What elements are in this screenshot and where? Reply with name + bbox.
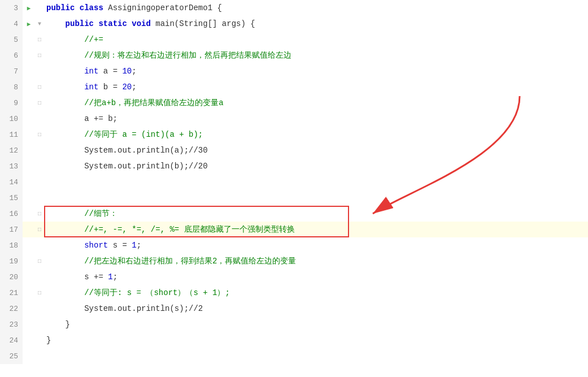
code-content-14 [44, 174, 588, 190]
code-line-9: 9□ //把a+b，再把结果赋值给左边的变量a [0, 95, 588, 111]
line-number-17: 17 [0, 222, 23, 237]
code-content-10: a += b; [44, 111, 588, 127]
code-content-25 [44, 348, 588, 364]
code-editor: 3▶public class AssigningoperatorDemo1 {4… [0, 0, 588, 377]
line-number-9: 9 [0, 95, 23, 111]
code-content-18: short s = 1; [44, 237, 588, 253]
line-number-15: 15 [0, 190, 23, 206]
line-number-20: 20 [0, 269, 23, 285]
code-line-24: 24} [0, 332, 588, 348]
code-line-12: 12 System.out.println(a);//30 [0, 142, 588, 158]
code-content-6: //规则：将左边和右边进行相加，然后再把结果赋值给左边 [44, 47, 588, 63]
line-number-13: 13 [0, 158, 23, 174]
line-number-10: 10 [0, 111, 23, 127]
fold-gutter-21: □ [35, 290, 44, 296]
arrow-gutter-4: ▶ [23, 20, 35, 28]
fold-gutter-9: □ [35, 100, 44, 106]
code-content-16: //细节： [44, 206, 588, 222]
code-line-17: 17□ //+=, -=, *=, /=, %= 底层都隐藏了一个强制类型转换 [0, 222, 588, 237]
code-content-3: public class AssigningoperatorDemo1 { [44, 0, 588, 16]
line-number-22: 22 [0, 301, 23, 317]
line-number-24: 24 [0, 332, 23, 348]
code-content-13: System.out.println(b);//20 [44, 158, 588, 174]
line-number-16: 16 [0, 206, 23, 222]
line-number-8: 8 [0, 79, 23, 95]
line-number-18: 18 [0, 237, 23, 253]
line-number-11: 11 [0, 127, 23, 142]
code-line-13: 13 System.out.println(b);//20 [0, 158, 588, 174]
fold-gutter-11: □ [35, 132, 44, 138]
code-line-15: 15 [0, 190, 588, 206]
code-content-12: System.out.println(a);//30 [44, 142, 588, 158]
code-line-23: 23 } [0, 317, 588, 332]
code-line-4: 4▶▼ public static void main(String[] arg… [0, 16, 588, 32]
code-line-20: 20 s += 1; [0, 269, 588, 285]
line-number-23: 23 [0, 317, 23, 332]
fold-gutter-17: □ [35, 227, 44, 233]
code-content-15 [44, 190, 588, 206]
code-content-20: s += 1; [44, 269, 588, 285]
code-line-10: 10 a += b; [0, 111, 588, 127]
code-line-19: 19□ //把左边和右边进行相加，得到结果2，再赋值给左边的变量 [0, 253, 588, 269]
code-content-23: } [44, 317, 588, 332]
code-line-22: 22 System.out.println(s);//2 [0, 301, 588, 317]
code-content-5: //+= [44, 32, 588, 47]
code-content-19: //把左边和右边进行相加，得到结果2，再赋值给左边的变量 [44, 253, 588, 269]
line-number-25: 25 [0, 348, 23, 364]
code-line-18: 18 short s = 1; [0, 237, 588, 253]
code-content-22: System.out.println(s);//2 [44, 301, 588, 317]
code-line-7: 7 int a = 10; [0, 63, 588, 79]
line-number-6: 6 [0, 47, 23, 63]
fold-gutter-8: □ [35, 84, 44, 90]
code-content-9: //把a+b，再把结果赋值给左边的变量a [44, 95, 588, 111]
code-line-5: 5□ //+= [0, 32, 588, 47]
code-line-6: 6□ //规则：将左边和右边进行相加，然后再把结果赋值给左边 [0, 47, 588, 63]
line-number-5: 5 [0, 32, 23, 47]
code-content-24: } [44, 332, 588, 348]
line-number-19: 19 [0, 253, 23, 269]
code-line-16: 16□ //细节： [0, 206, 588, 222]
fold-gutter-16: □ [35, 211, 44, 217]
code-line-25: 25 [0, 348, 588, 364]
line-number-7: 7 [0, 63, 23, 79]
line-number-3: 3 [0, 0, 23, 16]
code-content-8: int b = 20; [44, 79, 588, 95]
fold-gutter-6: □ [35, 53, 44, 59]
line-number-14: 14 [0, 174, 23, 190]
code-content-21: //等同于: s = （short）（s + 1）; [44, 285, 588, 301]
code-line-11: 11□ //等同于 a = (int)(a + b); [0, 127, 588, 142]
code-line-3: 3▶public class AssigningoperatorDemo1 { [0, 0, 588, 16]
code-content-7: int a = 10; [44, 63, 588, 79]
code-content-17: //+=, -=, *=, /=, %= 底层都隐藏了一个强制类型转换 [44, 222, 588, 237]
code-line-21: 21□ //等同于: s = （short）（s + 1）; [0, 285, 588, 301]
line-number-21: 21 [0, 285, 23, 301]
code-line-14: 14 [0, 174, 588, 190]
code-content-4: public static void main(String[] args) { [44, 16, 588, 32]
code-area: 3▶public class AssigningoperatorDemo1 {4… [0, 0, 588, 377]
line-number-12: 12 [0, 142, 23, 158]
arrow-gutter-3: ▶ [23, 5, 35, 12]
fold-gutter-4: ▼ [35, 21, 44, 27]
code-line-8: 8□ int b = 20; [0, 79, 588, 95]
fold-gutter-19: □ [35, 258, 44, 265]
fold-gutter-5: □ [35, 37, 44, 43]
code-content-11: //等同于 a = (int)(a + b); [44, 127, 588, 142]
line-number-4: 4 [0, 16, 23, 32]
